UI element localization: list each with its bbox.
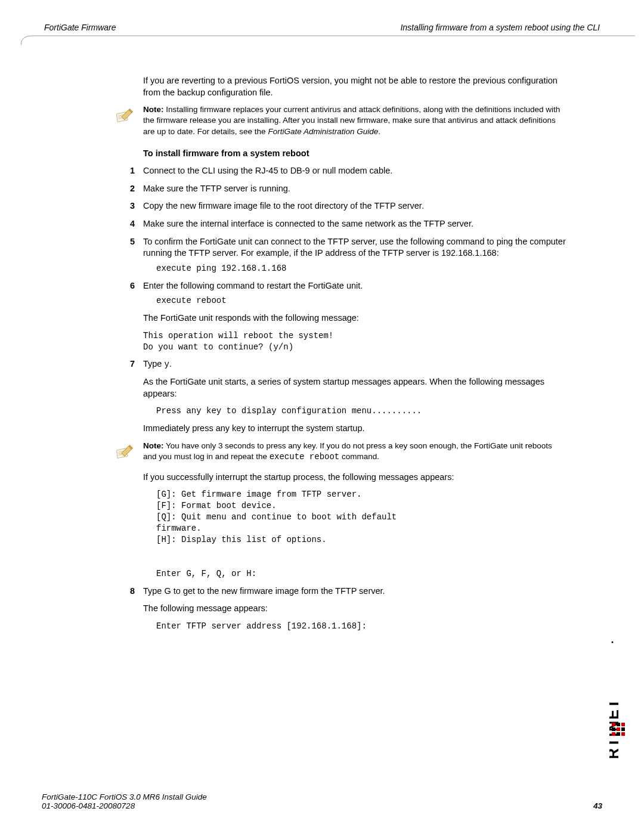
cmd-reboot: execute reboot (156, 295, 566, 306)
boot-menu: [G]: Get firmware image from TFTP server… (156, 489, 566, 579)
content-area: If you are reverting to a previous Forti… (143, 75, 566, 632)
note-text: Note: Installing firmware replaces your … (143, 104, 566, 137)
footer-left: FortiGate-110C FortiOS 3.0 MR6 Install G… (42, 792, 207, 810)
step-8: 8 Type G to get to the new firmware imag… (143, 586, 566, 632)
step-2: 2 Make sure the TFTP server is running. (143, 183, 566, 195)
step-1: 1 Connect to the CLI using the RJ-45 to … (143, 165, 566, 177)
svg-rect-7 (612, 723, 615, 726)
header-rule (42, 35, 602, 45)
cmd-ping: execute ping 192.168.1.168 (156, 263, 566, 274)
note-label: Note: (143, 441, 164, 450)
fortinet-logo: F RTINET (609, 636, 627, 761)
svg-rect-13 (612, 732, 615, 736)
section-heading: To install firmware from a system reboot (143, 148, 566, 160)
svg-rect-9 (621, 723, 625, 726)
step-3: 3 Copy the new firmware image file to th… (143, 200, 566, 212)
svg-rect-14 (617, 732, 620, 736)
step-7: 7 Type y. As the FortiGate unit starts, … (143, 358, 566, 579)
header-right: Installing firmware from a system reboot… (400, 23, 600, 32)
svg-rect-12 (621, 727, 625, 731)
svg-rect-15 (621, 732, 625, 736)
page-header: FortiGate Firmware Installing firmware f… (42, 23, 602, 35)
step-6: 6 Enter the following command to restart… (143, 280, 566, 353)
step-5: 5 To confirm the FortiGate unit can conn… (143, 236, 566, 274)
press-any-key-msg: Press any key to display configuration m… (156, 405, 566, 417)
intro-paragraph: If you are reverting to a previous Forti… (143, 75, 566, 98)
header-left: FortiGate Firmware (44, 23, 116, 32)
page-footer: FortiGate-110C FortiOS 3.0 MR6 Install G… (42, 792, 602, 810)
reboot-msg: This operation will reboot the system! D… (143, 330, 566, 353)
step-4: 4 Make sure the internal interface is co… (143, 218, 566, 230)
page-number: 43 (593, 801, 602, 810)
note-icon (114, 443, 135, 463)
note-block-1: Note: Installing firmware replaces your … (114, 104, 566, 137)
document-page: FortiGate Firmware Installing firmware f… (0, 0, 644, 833)
svg-rect-8 (617, 723, 620, 726)
note-icon (114, 107, 135, 127)
svg-rect-10 (612, 727, 615, 731)
note-block-2: Note: You have only 3 seconds to press a… (114, 441, 566, 463)
note-text: Note: You have only 3 seconds to press a… (143, 441, 566, 463)
svg-rect-11 (617, 727, 620, 731)
note-label: Note: (143, 105, 164, 114)
svg-point-16 (612, 642, 614, 643)
steps-list: 1 Connect to the CLI using the RJ-45 to … (143, 165, 566, 631)
tftp-prompt: Enter TFTP server address [192.168.1.168… (156, 621, 566, 632)
